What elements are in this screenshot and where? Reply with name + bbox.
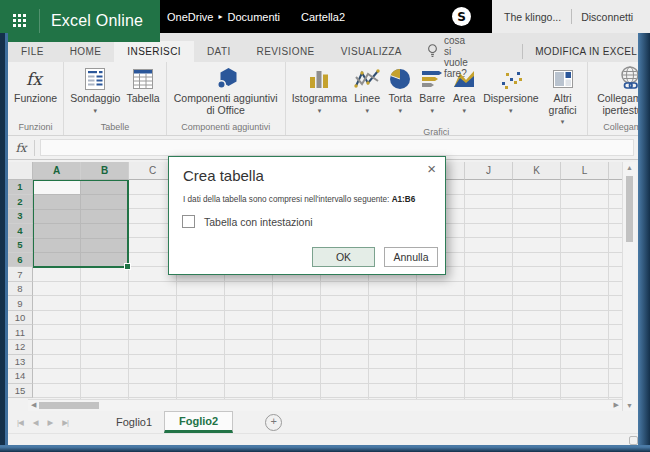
column-header-a[interactable]: A bbox=[33, 162, 81, 180]
function-fx-icon: fx bbox=[23, 65, 49, 92]
scroll-left-icon[interactable]: ◀ bbox=[31, 401, 36, 409]
column-header-m[interactable]: M bbox=[609, 162, 622, 180]
ribbon-tab-dati[interactable]: DATI bbox=[194, 41, 244, 62]
app-brand-block: Excel Online bbox=[0, 0, 160, 42]
vertical-scrollbar[interactable]: ▲ ▼ bbox=[622, 162, 636, 411]
dropdown-arrow-icon: ▾ bbox=[561, 118, 565, 125]
row-header-13[interactable]: 13 bbox=[8, 355, 33, 370]
row-header-12[interactable]: 12 bbox=[8, 340, 33, 355]
tell-me-box[interactable]: Che cosa si vuole fare? bbox=[417, 41, 484, 62]
edit-in-excel-button[interactable]: MODIFICA IN EXCEL bbox=[522, 41, 650, 62]
cancel-button[interactable]: Annulla bbox=[384, 247, 438, 267]
line-chart-icon bbox=[353, 65, 381, 92]
ribbon-tab-file[interactable]: FILE bbox=[8, 41, 57, 62]
dropdown-arrow-icon: ▾ bbox=[509, 107, 513, 114]
app-launcher-icon[interactable] bbox=[13, 14, 28, 29]
row-header-14[interactable]: 14 bbox=[8, 369, 33, 384]
row-header-3[interactable]: 3 bbox=[8, 209, 33, 224]
sheet-tab-foglio2[interactable]: Foglio2 bbox=[164, 411, 233, 433]
scroll-down-icon[interactable]: ▼ bbox=[623, 402, 636, 409]
window-border-left bbox=[0, 33, 8, 452]
scroll-right-icon[interactable]: ▶ bbox=[614, 401, 619, 409]
row-header-8[interactable]: 8 bbox=[8, 282, 33, 297]
row-header-10[interactable]: 10 bbox=[8, 311, 33, 326]
breadcrumb-separator-icon: ▸ bbox=[218, 12, 222, 21]
skype-icon[interactable]: S bbox=[452, 7, 471, 26]
ribbon-tab-revisione[interactable]: REVISIONE bbox=[244, 41, 328, 62]
ribbon-button-torta[interactable]: Torta▾ bbox=[384, 64, 416, 115]
breadcrumb-onedrive[interactable]: OneDrive bbox=[167, 11, 213, 23]
horizontal-scrollbar[interactable]: ◀ ▶ bbox=[28, 399, 622, 411]
selection-range[interactable] bbox=[32, 179, 129, 268]
column-chart-icon bbox=[306, 65, 332, 92]
ribbon-button-funzione[interactable]: fxFunzione bbox=[11, 64, 60, 106]
breadcrumb-documenti[interactable]: Documenti bbox=[227, 11, 280, 23]
ribbon-tab-inserisci[interactable]: INSERISCI bbox=[114, 41, 194, 62]
scroll-up-icon[interactable]: ▲ bbox=[623, 164, 636, 171]
row-header-5[interactable]: 5 bbox=[8, 238, 33, 253]
sheet-tabs: Foglio1Foglio2 bbox=[104, 411, 233, 433]
row-header-6[interactable]: 6 bbox=[8, 253, 33, 268]
ribbon-button-sondaggio[interactable]: Sondaggio▾ bbox=[67, 64, 123, 115]
ribbon-tab-visualizza[interactable]: VISUALIZZA bbox=[328, 41, 415, 62]
ribbon-button-componenti-aggiuntivi-di-office[interactable]: Componenti aggiuntivi di Office bbox=[170, 64, 282, 117]
dropdown-arrow-icon: ▾ bbox=[462, 107, 466, 114]
ribbon-button-collegamento-ipertestuale[interactable]: Collegamento ipertestuale bbox=[591, 64, 638, 117]
horizontal-scroll-thumb[interactable] bbox=[39, 402, 99, 409]
ribbon-button-altri-grafici[interactable]: Altri grafici▾ bbox=[542, 64, 584, 126]
column-header-l[interactable]: L bbox=[561, 162, 609, 180]
sign-out-button[interactable]: Disconnetti bbox=[572, 11, 639, 23]
row-header-9[interactable]: 9 bbox=[8, 296, 33, 311]
ribbon-button-dispersione[interactable]: Dispersione▾ bbox=[480, 64, 541, 115]
scatter-chart-icon bbox=[498, 65, 524, 92]
prev-sheet-icon[interactable]: ◀ bbox=[33, 418, 38, 427]
sheet-tab-foglio1[interactable]: Foglio1 bbox=[104, 411, 164, 433]
ribbon-button-linee[interactable]: Linee▾ bbox=[350, 64, 384, 115]
row-header-15[interactable]: 15 bbox=[8, 384, 33, 399]
document-title[interactable]: Cartella2 bbox=[301, 0, 345, 33]
bar-chart-icon bbox=[419, 65, 445, 92]
ribbon-button-tabella[interactable]: Tabella bbox=[123, 64, 162, 106]
sheet-tab-bar: |◀◀▶▶| Foglio1Foglio2 + bbox=[0, 411, 650, 433]
row-header-7[interactable]: 7 bbox=[8, 267, 33, 282]
row-header-11[interactable]: 11 bbox=[8, 325, 33, 340]
status-bar bbox=[0, 433, 650, 445]
vertical-scroll-thumb[interactable] bbox=[626, 176, 633, 242]
add-sheet-button[interactable]: + bbox=[265, 414, 282, 431]
create-table-dialog: Crea tabella × I dati della tabella sono… bbox=[168, 156, 446, 275]
window-border-right bbox=[638, 33, 650, 452]
first-sheet-icon[interactable]: |◀ bbox=[17, 418, 23, 427]
ribbon-group-funzioni: fxFunzioneFunzioni bbox=[8, 62, 64, 135]
fx-icon[interactable]: fx bbox=[8, 140, 35, 156]
user-name[interactable]: The klingo... bbox=[492, 11, 571, 23]
window-border-bottom bbox=[0, 445, 650, 452]
select-all-corner[interactable] bbox=[8, 162, 33, 180]
ok-button[interactable]: OK bbox=[312, 247, 375, 267]
row-header-4[interactable]: 4 bbox=[8, 224, 33, 239]
dropdown-arrow-icon: ▾ bbox=[398, 107, 402, 114]
close-icon[interactable]: × bbox=[427, 161, 436, 176]
other-charts-icon bbox=[550, 65, 576, 92]
last-sheet-icon[interactable]: ▶| bbox=[62, 418, 68, 427]
ribbon-button-istogramma[interactable]: Istogramma▾ bbox=[289, 64, 350, 115]
active-cell[interactable] bbox=[34, 181, 80, 194]
next-sheet-icon[interactable]: ▶ bbox=[48, 418, 53, 427]
row-header-1[interactable]: 1 bbox=[8, 180, 33, 195]
column-header-k[interactable]: K bbox=[513, 162, 561, 180]
headers-checkbox[interactable] bbox=[182, 215, 195, 228]
row-header-2[interactable]: 2 bbox=[8, 195, 33, 210]
column-header-j[interactable]: J bbox=[465, 162, 513, 180]
fill-handle[interactable] bbox=[124, 263, 131, 270]
dropdown-arrow-icon: ▾ bbox=[365, 107, 369, 114]
column-header-b[interactable]: B bbox=[81, 162, 129, 180]
dialog-message-text: I dati della tabella sono compresi nell'… bbox=[183, 193, 389, 204]
table-icon bbox=[130, 65, 156, 92]
dropdown-arrow-icon: ▾ bbox=[318, 107, 322, 114]
dialog-buttons: OK Annulla bbox=[312, 247, 438, 267]
ribbon-group-grafici: Istogramma▾Linee▾Torta▾Barre▾Area▾Disper… bbox=[286, 62, 588, 135]
survey-icon bbox=[82, 65, 108, 92]
hyperlink-icon bbox=[616, 65, 638, 92]
ribbon-tab-home[interactable]: HOME bbox=[57, 41, 115, 62]
formula-input[interactable] bbox=[40, 139, 634, 156]
breadcrumb: OneDrive ▸ Documenti bbox=[167, 0, 280, 33]
